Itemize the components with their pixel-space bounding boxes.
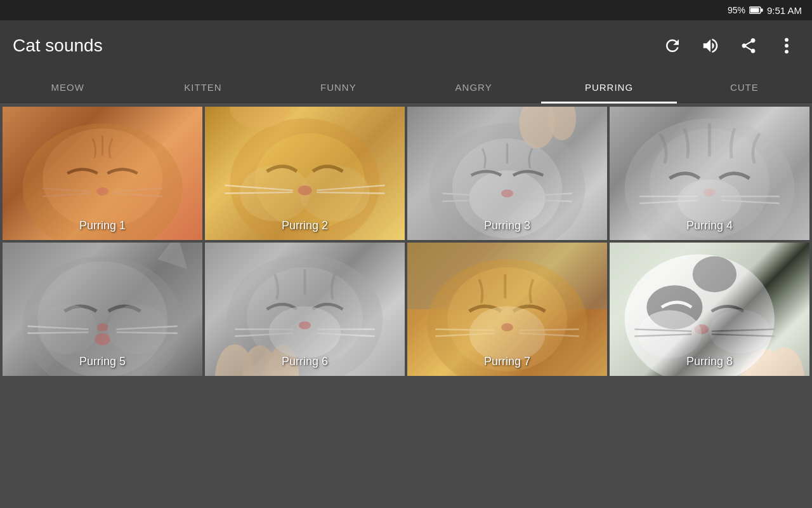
svg-point-25 [469, 170, 546, 226]
svg-line-67 [435, 330, 495, 331]
refresh-icon [663, 36, 682, 55]
app-bar-actions [660, 33, 799, 58]
grid-item-5[interactable]: Purring 5 [3, 243, 202, 376]
time-text: 9:51 AM [767, 5, 802, 16]
grid-item-2[interactable]: Purring 2 [205, 107, 405, 240]
svg-point-43 [96, 323, 108, 331]
bottom-area [0, 378, 812, 508]
volume-button[interactable] [698, 33, 723, 58]
svg-point-56 [269, 306, 341, 358]
grid-item-label-5: Purring 5 [3, 355, 202, 368]
sound-grid: Purring 1 Pu [0, 104, 812, 378]
grid-item-label-8: Purring 8 [610, 355, 809, 368]
svg-point-66 [501, 323, 513, 331]
svg-point-83 [693, 257, 737, 293]
grid-item-4[interactable]: Purring 4 [610, 107, 809, 240]
share-icon [740, 37, 757, 55]
grid-item-label-2: Purring 2 [205, 219, 405, 232]
grid-item-1[interactable]: Purring 1 [3, 107, 202, 240]
svg-line-48 [27, 332, 88, 333]
tab-kitten[interactable]: KITTEN [135, 71, 270, 104]
grid-item-3[interactable]: Purring 3 [407, 107, 607, 240]
grid-item-label-1: Purring 1 [3, 219, 202, 232]
app-bar: Cat sounds [0, 20, 812, 71]
svg-line-21 [317, 192, 384, 194]
grid-item-6[interactable]: Purring 6 [205, 243, 405, 376]
grid-item-label-6: Purring 6 [205, 355, 405, 368]
tab-funny[interactable]: FUNNY [271, 71, 406, 104]
status-bar: 95% 9:51 AM [0, 0, 812, 20]
svg-point-3 [785, 38, 789, 42]
svg-point-44 [95, 333, 110, 345]
refresh-button[interactable] [660, 33, 685, 58]
tab-meow[interactable]: MEOW [0, 71, 135, 104]
grid-item-label-7: Purring 7 [407, 355, 607, 368]
tab-angry[interactable]: ANGRY [406, 71, 541, 104]
svg-line-50 [117, 332, 178, 333]
svg-line-69 [519, 330, 579, 331]
svg-point-57 [299, 321, 311, 330]
svg-point-8 [96, 187, 108, 196]
more-icon [784, 37, 789, 55]
svg-point-28 [501, 189, 513, 197]
share-button[interactable] [736, 33, 761, 58]
more-button[interactable] [774, 33, 799, 58]
svg-point-4 [785, 44, 789, 48]
app-title: Cat sounds [13, 36, 103, 56]
battery-text: 95% [728, 5, 745, 15]
svg-point-5 [785, 50, 789, 53]
tab-bar: MEOW KITTEN FUNNY ANGRY PURRING CUTE [0, 71, 812, 104]
svg-rect-2 [750, 8, 759, 13]
tab-purring[interactable]: PURRING [541, 71, 676, 104]
svg-point-17 [298, 185, 311, 196]
status-bar-right: 95% 9:51 AM [728, 5, 802, 16]
svg-line-19 [225, 192, 293, 194]
svg-rect-1 [761, 9, 763, 12]
svg-point-40 [678, 179, 742, 223]
grid-item-label-3: Purring 3 [407, 219, 607, 232]
grid-item-label-4: Purring 4 [610, 219, 809, 232]
battery-icon [749, 6, 763, 14]
grid-item-8[interactable]: Purring 8 [610, 243, 809, 376]
volume-icon [701, 36, 720, 55]
tab-cute[interactable]: CUTE [677, 71, 812, 104]
grid-item-7[interactable]: Purring 7 [407, 243, 607, 376]
svg-point-77 [638, 311, 702, 359]
